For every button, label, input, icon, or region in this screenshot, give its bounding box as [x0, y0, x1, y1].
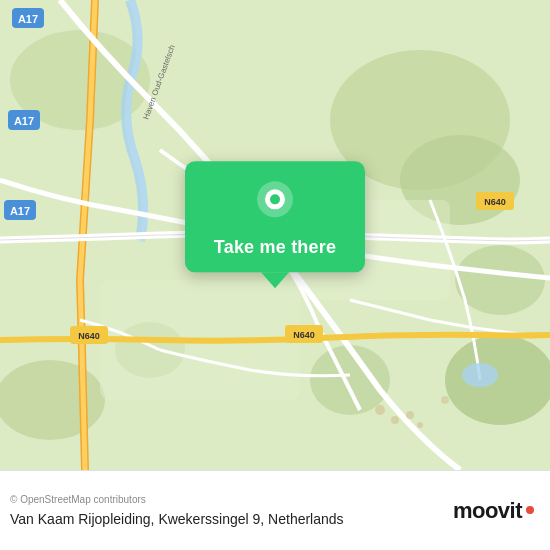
svg-text:A17: A17 — [18, 13, 38, 25]
location-address: Van Kaam Rijopleiding, Kwekerssingel 9, … — [10, 511, 344, 527]
svg-point-7 — [0, 360, 105, 440]
svg-text:N640: N640 — [293, 330, 315, 340]
moovit-dot-icon — [526, 506, 534, 514]
moovit-wordmark: moovit — [453, 498, 522, 524]
location-pin-icon — [251, 179, 299, 227]
svg-text:N640: N640 — [78, 331, 100, 341]
svg-point-28 — [417, 422, 423, 428]
svg-point-5 — [445, 335, 550, 425]
take-me-there-button[interactable]: Take me there — [214, 237, 336, 258]
svg-text:A17: A17 — [14, 115, 34, 127]
popup-arrow — [261, 272, 289, 288]
popup-box: Take me there — [185, 161, 365, 272]
svg-point-27 — [406, 411, 414, 419]
popup-overlay: Take me there — [185, 161, 365, 288]
svg-point-33 — [270, 194, 280, 204]
moovit-logo: moovit — [453, 498, 534, 524]
svg-point-25 — [375, 405, 385, 415]
footer-left: © OpenStreetMap contributors Van Kaam Ri… — [10, 494, 344, 527]
footer: © OpenStreetMap contributors Van Kaam Ri… — [0, 470, 550, 550]
svg-text:N640: N640 — [484, 197, 506, 207]
svg-point-6 — [310, 345, 390, 415]
svg-text:A17: A17 — [10, 205, 30, 217]
svg-point-29 — [441, 396, 449, 404]
svg-point-26 — [391, 416, 399, 424]
svg-point-30 — [462, 363, 498, 387]
svg-point-8 — [455, 245, 545, 315]
map-credit: © OpenStreetMap contributors — [10, 494, 344, 505]
map-container: A17 A17 A17 N640 N640 N640 Haven Oud-Gas — [0, 0, 550, 470]
